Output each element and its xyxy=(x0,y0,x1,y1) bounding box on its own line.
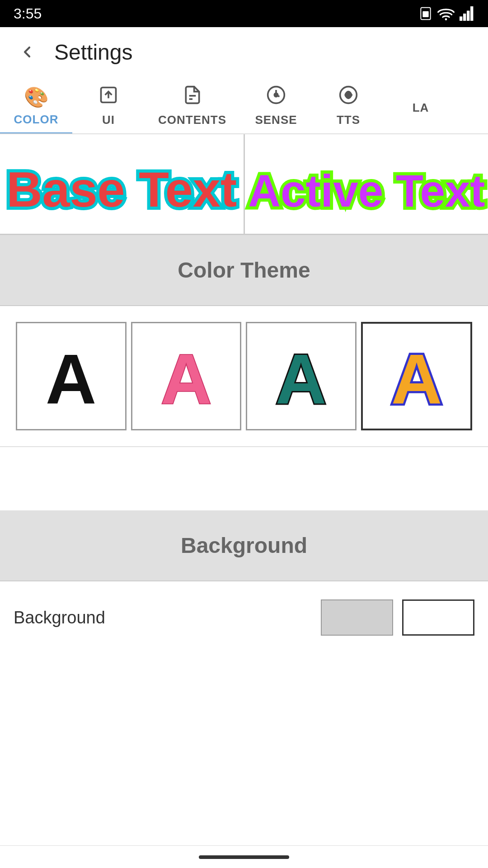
svg-rect-6 xyxy=(470,6,473,21)
status-bar: 3:55 xyxy=(0,0,488,27)
preview-section: Base Text Active Text xyxy=(0,134,488,235)
page-title: Settings xyxy=(54,40,132,65)
svg-point-11 xyxy=(274,93,277,96)
svg-text:A: A xyxy=(160,340,211,417)
tab-bar: 🎨 COLOR UI CONTENTS xyxy=(0,77,488,134)
theme-options: A A A A xyxy=(0,306,488,447)
theme-option-4[interactable]: A xyxy=(361,322,473,430)
color-tab-label: COLOR xyxy=(14,113,59,127)
background-color-swatch-gray[interactable] xyxy=(321,599,393,636)
tab-tts[interactable]: TTS xyxy=(312,77,385,133)
svg-rect-5 xyxy=(467,11,469,21)
background-title: Background xyxy=(181,533,307,558)
base-text-label: Base Text xyxy=(6,162,237,217)
status-time: 3:55 xyxy=(14,5,42,22)
color-theme-title: Color Theme xyxy=(178,258,310,283)
svg-text:A: A xyxy=(276,340,327,417)
base-text-preview[interactable]: Base Text xyxy=(0,134,245,234)
svg-point-13 xyxy=(346,93,351,98)
sim-icon xyxy=(418,6,433,21)
tab-contents[interactable]: CONTENTS xyxy=(145,77,240,133)
active-text-preview[interactable]: Active Text xyxy=(245,134,488,234)
wifi-icon xyxy=(437,6,455,21)
back-button[interactable] xyxy=(14,38,41,66)
sense-tab-label: SENSE xyxy=(255,113,297,127)
theme2-icon: A xyxy=(159,335,213,417)
background-controls xyxy=(321,599,474,636)
color-theme-header: Color Theme xyxy=(0,235,488,306)
home-indicator xyxy=(199,855,289,859)
active-text-label: Active Text xyxy=(248,166,485,216)
svg-rect-1 xyxy=(422,11,428,17)
tts-tab-icon xyxy=(338,85,358,109)
tts-tab-label: TTS xyxy=(337,113,360,127)
background-header: Background xyxy=(0,510,488,581)
tab-sense[interactable]: SENSE xyxy=(240,77,312,133)
theme3-icon: A xyxy=(274,335,328,417)
svg-rect-4 xyxy=(463,14,466,21)
status-icons xyxy=(418,6,474,21)
bottom-bar xyxy=(0,845,488,868)
svg-text:A: A xyxy=(391,340,442,417)
theme1-icon: A xyxy=(44,335,98,417)
background-row: Background xyxy=(0,581,488,654)
base-text-svg: Base Text xyxy=(0,134,244,234)
ui-tab-icon xyxy=(99,85,118,109)
contents-tab-icon xyxy=(183,85,202,109)
theme-option-1[interactable]: A xyxy=(16,322,127,430)
theme-option-2[interactable]: A xyxy=(131,322,242,430)
app-bar: Settings xyxy=(0,27,488,77)
svg-point-2 xyxy=(445,18,447,20)
active-text-svg: Active Text xyxy=(245,134,488,234)
tab-la[interactable]: LA xyxy=(385,77,457,133)
svg-text:A: A xyxy=(46,340,97,417)
tab-ui[interactable]: UI xyxy=(72,77,145,133)
svg-rect-3 xyxy=(460,16,462,21)
la-tab-label: LA xyxy=(413,101,429,115)
theme-option-3[interactable]: A xyxy=(246,322,357,430)
color-tab-icon: 🎨 xyxy=(24,85,49,109)
signal-icon xyxy=(459,6,474,21)
background-color-swatch-white[interactable] xyxy=(402,599,474,636)
sense-tab-icon xyxy=(266,85,286,109)
contents-tab-label: CONTENTS xyxy=(158,113,226,127)
ui-tab-label: UI xyxy=(102,113,115,127)
theme4-icon: A xyxy=(389,335,444,417)
spacer xyxy=(0,447,488,483)
background-label: Background xyxy=(14,608,105,627)
tab-color[interactable]: 🎨 COLOR xyxy=(0,77,72,133)
